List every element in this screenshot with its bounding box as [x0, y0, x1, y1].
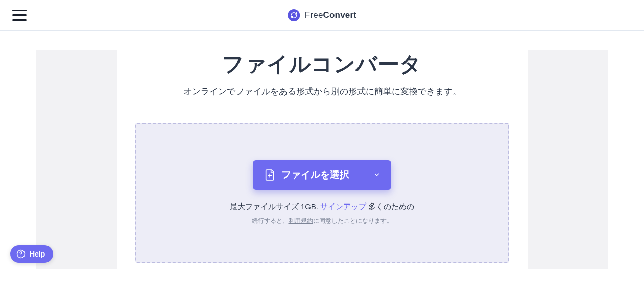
chevron-down-icon: [373, 171, 380, 178]
terms-link[interactable]: 利用規約: [289, 217, 313, 224]
page-title: ファイルコンバータ: [135, 50, 509, 79]
help-button[interactable]: Help: [10, 245, 53, 263]
page-subtitle: オンラインでファイルをある形式から別の形式に簡単に変換できます。: [135, 86, 509, 97]
help-label: Help: [30, 250, 45, 258]
hero-section: ファイルコンバータ オンラインでファイルをある形式から別の形式に簡単に変換できま…: [135, 50, 509, 269]
top-bar: FreeConvert: [0, 0, 644, 31]
signup-link[interactable]: サインアップ: [320, 202, 366, 211]
file-dropzone[interactable]: ファイルを選択 最大ファイルサイズ 1GB. サインアップ 多くのための 続行す…: [135, 123, 509, 263]
main-content: ファイルコンバータ オンラインでファイルをある形式から別の形式に簡単に変換できま…: [0, 31, 644, 269]
terms-text: 続行すると、利用規約に同意したことになります。: [252, 217, 393, 225]
file-add-icon: [265, 169, 275, 181]
ad-slot-left: [36, 50, 117, 269]
logo-refresh-icon: [288, 9, 300, 21]
svg-point-1: [20, 256, 21, 257]
choose-file-button[interactable]: ファイルを選択: [253, 160, 362, 190]
max-file-size-text: 最大ファイルサイズ 1GB. サインアップ 多くのための: [230, 202, 415, 212]
choose-file-button-group: ファイルを選択: [253, 160, 391, 190]
choose-source-dropdown-button[interactable]: [362, 160, 391, 190]
brand-name: FreeConvert: [305, 10, 356, 20]
brand-logo[interactable]: FreeConvert: [288, 9, 356, 21]
help-icon: [16, 249, 26, 259]
choose-file-label: ファイルを選択: [281, 168, 349, 182]
ad-slot-right: [528, 50, 608, 269]
menu-icon[interactable]: [12, 10, 27, 21]
